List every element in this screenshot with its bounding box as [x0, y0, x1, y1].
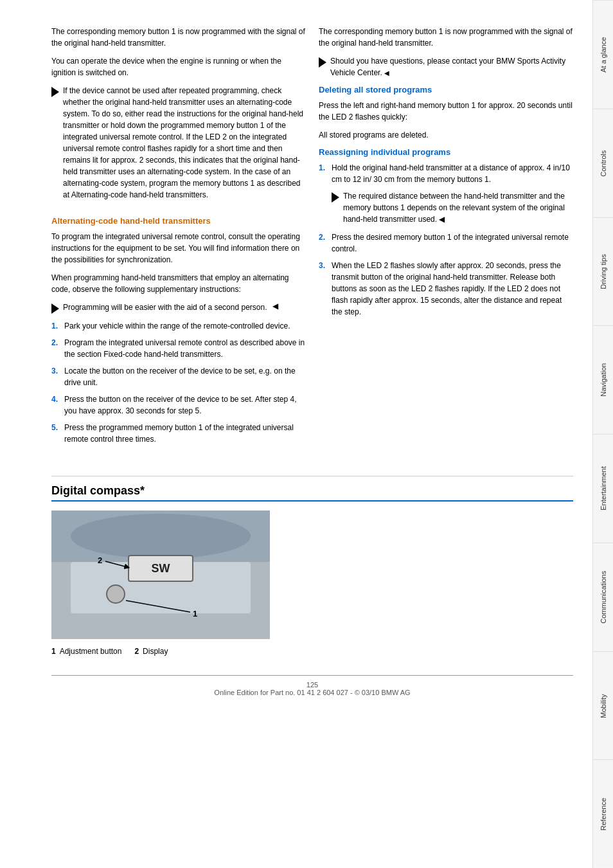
deleting-para-1: Press the left and right-hand memory but… [319, 100, 573, 123]
left-note-1-text: If the device cannot be used after repea… [63, 85, 306, 201]
left-note-1: If the device cannot be used after repea… [51, 85, 306, 201]
compass-image: SW 2 1 [51, 511, 270, 639]
alt-step-5: 5.Press the programmed memory button 1 o… [51, 422, 306, 445]
triangle-icon-1 [51, 87, 59, 97]
compass-svg: SW 2 1 [51, 511, 270, 639]
svg-point-6 [107, 585, 125, 603]
svg-text:1: 1 [193, 609, 197, 619]
reassigning-step-3: 3.When the LED 2 flashes slowly after ap… [319, 260, 573, 318]
left-note-2-text: Programming will be easier with the aid … [63, 302, 267, 313]
sidebar: At a glanceControlsDriving tipsNavigatio… [592, 0, 613, 868]
footer: 125 Online Edition for Part no. 01 41 2 … [51, 675, 573, 696]
svg-text:2: 2 [98, 556, 102, 565]
caption-item-1: 1Adjustment button [51, 647, 121, 656]
alt-step-1: 1.Park your vehicle within the range of … [51, 320, 306, 332]
digital-compass-section: Digital compass* [51, 468, 573, 662]
sidebar-tab-entertainment[interactable]: Entertainment [593, 434, 613, 543]
sidebar-tab-reference[interactable]: Reference [593, 759, 613, 868]
svg-text:SW: SW [152, 562, 170, 575]
sidebar-tab-navigation[interactable]: Navigation [593, 325, 613, 434]
triangle-icon-note [332, 192, 339, 203]
triangle-icon-3 [319, 57, 326, 68]
sidebar-tab-controls[interactable]: Controls [593, 109, 613, 217]
deleting-para-2: All stored programs are deleted. [319, 129, 573, 141]
sidebar-tab-driving-tips[interactable]: Driving tips [593, 217, 613, 326]
reassigning-note: The required distance between the hand-h… [332, 190, 573, 225]
alt-step-4: 4.Press the button on the receiver of th… [51, 393, 306, 417]
right-column: The corresponding memory button 1 is now… [319, 26, 573, 451]
reassigning-steps-list: 1.Hold the original hand-held transmitte… [319, 162, 573, 318]
reassigning-heading: Reassigning individual programs [319, 147, 573, 157]
alternating-para-2: When programming hand-held transmitters … [51, 272, 306, 295]
digital-compass-title: Digital compass* [51, 484, 573, 502]
alternating-steps-list: 1.Park your vehicle within the range of … [51, 320, 306, 445]
triangle-icon-2 [51, 303, 59, 314]
right-note-1: Should you have questions, please contac… [319, 55, 573, 78]
reassigning-step-1: 1.Hold the original hand-held transmitte… [319, 162, 573, 185]
left-note-2: Programming will be easier with the aid … [51, 302, 306, 314]
deleting-heading: Deleting all stored programs [319, 85, 573, 95]
reassigning-step-2: 2.Press the desired memory button 1 of t… [319, 231, 573, 255]
sidebar-tab-at-a-glance[interactable]: At a glance [593, 0, 613, 109]
right-note-1-text: Should you have questions, please contac… [330, 55, 573, 78]
right-para-1: The corresponding memory button 1 is now… [319, 26, 573, 49]
image-captions: 1Adjustment button2Display [51, 647, 270, 656]
left-column: The corresponding memory button 1 is now… [51, 26, 306, 451]
left-para-1: The corresponding memory button 1 is now… [51, 26, 306, 49]
page-number: 125 [306, 681, 318, 689]
alternating-para-1: To program the integrated universal remo… [51, 231, 306, 266]
alt-step-3: 3.Locate the button on the receiver of t… [51, 365, 306, 388]
sidebar-tab-mobility[interactable]: Mobility [593, 651, 613, 760]
sidebar-tab-communications[interactable]: Communications [593, 543, 613, 651]
alt-step-2: 2.Program the integrated universal remot… [51, 337, 306, 360]
left-para-2: You can operate the device when the engi… [51, 55, 306, 78]
footer-text: Online Edition for Part no. 01 41 2 604 … [214, 689, 410, 696]
caption-item-2: 2Display [134, 647, 168, 656]
alternating-heading: Alternating-code hand-held transmitters [51, 216, 306, 226]
svg-point-3 [71, 514, 251, 559]
